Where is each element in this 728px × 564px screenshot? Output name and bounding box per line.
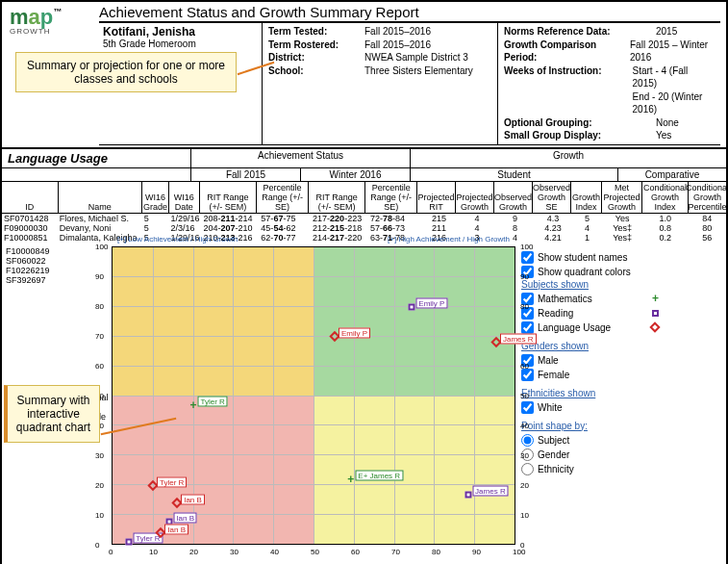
meta-mid: Term Tested:Fall 2015–2016Term Rostered:… xyxy=(263,23,498,144)
col-7: Percentile Range (+/- SE) xyxy=(364,182,416,213)
table-row: F09000030Devany, Noni52/3/16204-207-2104… xyxy=(2,223,726,233)
data-point[interactable]: +E+ James R xyxy=(347,474,354,485)
col-4: RIT Range (+/- SEM) xyxy=(199,182,257,213)
data-table: SF0701428Flores, Michael S.51/29/16208-2… xyxy=(2,214,726,243)
data-point[interactable]: Ian B xyxy=(173,499,181,509)
group-growth: Growth xyxy=(410,149,726,167)
group-student: Student xyxy=(410,168,617,181)
col-15: Conditional Growth Percentile xyxy=(688,182,726,213)
col-3: WI16 Date xyxy=(168,182,199,213)
col-13: Met Projected Growth xyxy=(601,182,641,213)
genders-title: Genders shown xyxy=(521,341,659,351)
group-achievement: Achievement Status xyxy=(190,149,410,167)
eth-title: Ethnicities shown xyxy=(521,388,659,398)
data-point[interactable]: Tyler R xyxy=(149,480,157,491)
group-comparative: Comparative xyxy=(617,168,726,181)
quad-label-tr[interactable]: [+] High Achievement / High Growth xyxy=(388,235,510,244)
data-point[interactable]: James R xyxy=(492,337,500,347)
col-6: RIT Range (+/- SEM) xyxy=(308,182,365,213)
quadrant-chart[interactable]: 0001010102020203030304040405050506060607… xyxy=(112,246,515,545)
data-point[interactable]: Emily P xyxy=(331,331,339,342)
data-point[interactable]: James R xyxy=(464,489,471,500)
table-row: F10000851Dimalanta, Kaleigha51/29/16210-… xyxy=(2,233,726,243)
teacher-class: 5th Grade Homeroom xyxy=(103,38,258,49)
radio-shape[interactable] xyxy=(521,434,534,447)
callout-summary-projection: Summary or projection for one or more cl… xyxy=(15,52,237,92)
col-5: Percentile Range (+/- SE) xyxy=(256,182,308,213)
col-8: Projected RIT xyxy=(416,182,455,213)
term-winter: Winter 2016 xyxy=(300,168,410,181)
report-title: Achievement Status and Growth Summary Re… xyxy=(99,4,720,23)
term-fall: Fall 2015 xyxy=(190,168,300,181)
col-10: Observed Growth xyxy=(493,182,532,213)
callout-quadrant: Summary with interactive quadrant chart xyxy=(4,385,100,443)
col-11: Observed Growth SE xyxy=(532,182,570,213)
col-0: ID xyxy=(2,182,58,213)
data-point[interactable]: +Tyler R xyxy=(189,399,196,410)
table-row: SF0701428Flores, Michael S.51/29/16208-2… xyxy=(2,214,726,223)
radio-shape[interactable] xyxy=(521,463,534,475)
teacher-name: Kotifani, Jenisha xyxy=(103,25,258,38)
subjects-title: Subjects shown xyxy=(521,279,659,290)
col-2: WI16 Grade xyxy=(141,182,168,213)
quad-label-tl[interactable]: [+] Low Achievement / High Growth xyxy=(117,235,238,244)
col-1: Name xyxy=(58,182,141,213)
data-point[interactable]: Tyler R xyxy=(125,537,132,548)
subject-title: Language Usage xyxy=(2,149,190,167)
col-12: Growth Index xyxy=(570,182,601,213)
data-point[interactable]: Ian B xyxy=(157,528,164,539)
shape-title: Point shape by: xyxy=(521,421,659,431)
col-9: Projected Growth xyxy=(455,182,493,213)
chk-ethnicity[interactable] xyxy=(521,401,534,414)
col-14: Conditional Growth Index xyxy=(641,182,688,213)
data-point[interactable]: Emily P xyxy=(408,301,414,312)
chk-show-names[interactable] xyxy=(521,251,534,264)
meta-right: Norms Reference Data:2015Growth Comparis… xyxy=(498,23,720,144)
chart-controls: Show student names Show quadrant colors … xyxy=(515,246,665,565)
